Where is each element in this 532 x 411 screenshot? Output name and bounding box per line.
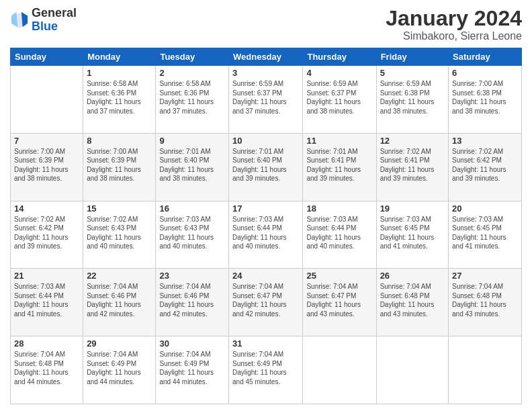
weekday-header-row: Sunday Monday Tuesday Wednesday Thursday… <box>11 48 522 66</box>
day-number: 30 <box>159 338 225 349</box>
calendar-cell: 22Sunrise: 7:04 AMSunset: 6:46 PMDayligh… <box>83 269 156 336</box>
calendar-cell: 21Sunrise: 7:03 AMSunset: 6:44 PMDayligh… <box>11 269 83 336</box>
day-info: Sunrise: 7:01 AMSunset: 6:40 PMDaylight:… <box>232 147 299 183</box>
day-info: Sunrise: 7:03 AMSunset: 6:45 PMDaylight:… <box>452 215 518 251</box>
calendar-cell: 17Sunrise: 7:03 AMSunset: 6:44 PMDayligh… <box>229 201 303 269</box>
day-info: Sunrise: 7:04 AMSunset: 6:49 PMDaylight:… <box>159 350 225 386</box>
calendar-title: January 2024 <box>386 7 522 30</box>
logo: General Blue <box>10 7 77 34</box>
header-wednesday: Wednesday <box>229 48 303 66</box>
day-number: 27 <box>452 271 518 281</box>
day-info: Sunrise: 7:02 AMSunset: 6:42 PMDaylight:… <box>14 215 79 251</box>
day-number: 20 <box>452 203 518 214</box>
calendar-week-row: 21Sunrise: 7:03 AMSunset: 6:44 PMDayligh… <box>11 269 522 336</box>
day-info: Sunrise: 7:00 AMSunset: 6:39 PMDaylight:… <box>14 147 79 183</box>
calendar-cell: 10Sunrise: 7:01 AMSunset: 6:40 PMDayligh… <box>229 133 303 201</box>
day-number: 7 <box>14 136 79 146</box>
day-number: 11 <box>306 136 372 146</box>
calendar-cell: 31Sunrise: 7:04 AMSunset: 6:49 PMDayligh… <box>229 336 303 404</box>
calendar-cell: 9Sunrise: 7:01 AMSunset: 6:40 PMDaylight… <box>156 133 229 201</box>
day-number: 10 <box>232 136 299 146</box>
day-info: Sunrise: 7:04 AMSunset: 6:46 PMDaylight:… <box>87 282 152 318</box>
day-info: Sunrise: 7:04 AMSunset: 6:49 PMDaylight:… <box>87 350 152 386</box>
day-number: 18 <box>306 203 372 214</box>
calendar-cell: 12Sunrise: 7:02 AMSunset: 6:41 PMDayligh… <box>376 133 448 201</box>
day-info: Sunrise: 6:58 AMSunset: 6:36 PMDaylight:… <box>87 79 152 116</box>
calendar-cell: 23Sunrise: 7:04 AMSunset: 6:46 PMDayligh… <box>156 269 229 336</box>
calendar-cell <box>449 336 522 404</box>
day-number: 4 <box>306 68 372 78</box>
calendar-week-row: 1Sunrise: 6:58 AMSunset: 6:36 PMDaylight… <box>11 66 522 134</box>
calendar-week-row: 28Sunrise: 7:04 AMSunset: 6:48 PMDayligh… <box>11 336 522 404</box>
day-number: 24 <box>232 271 299 281</box>
day-info: Sunrise: 7:04 AMSunset: 6:49 PMDaylight:… <box>232 350 299 386</box>
day-info: Sunrise: 6:58 AMSunset: 6:36 PMDaylight:… <box>159 79 225 116</box>
day-number: 22 <box>87 271 152 281</box>
calendar-cell: 8Sunrise: 7:00 AMSunset: 6:39 PMDaylight… <box>83 133 156 201</box>
logo-general: General <box>32 6 77 19</box>
title-block: January 2024 Simbakoro, Sierra Leone <box>386 7 522 42</box>
calendar-cell: 29Sunrise: 7:04 AMSunset: 6:49 PMDayligh… <box>83 336 156 404</box>
day-info: Sunrise: 7:03 AMSunset: 6:44 PMDaylight:… <box>306 215 372 251</box>
calendar-cell: 2Sunrise: 6:58 AMSunset: 6:36 PMDaylight… <box>156 66 229 134</box>
svg-marker-2 <box>11 12 17 27</box>
calendar-week-row: 7Sunrise: 7:00 AMSunset: 6:39 PMDaylight… <box>11 133 522 201</box>
header-thursday: Thursday <box>303 48 376 66</box>
header: General Blue January 2024 Simbakoro, Sie… <box>10 7 522 42</box>
day-info: Sunrise: 6:59 AMSunset: 6:37 PMDaylight:… <box>306 79 372 116</box>
calendar-cell: 28Sunrise: 7:04 AMSunset: 6:48 PMDayligh… <box>11 336 83 404</box>
calendar-cell: 25Sunrise: 7:04 AMSunset: 6:47 PMDayligh… <box>303 269 376 336</box>
day-info: Sunrise: 7:00 AMSunset: 6:38 PMDaylight:… <box>452 79 518 116</box>
day-number: 17 <box>232 203 299 214</box>
day-info: Sunrise: 6:59 AMSunset: 6:38 PMDaylight:… <box>380 79 445 116</box>
day-info: Sunrise: 7:01 AMSunset: 6:40 PMDaylight:… <box>159 147 225 183</box>
day-number: 8 <box>87 136 152 146</box>
day-info: Sunrise: 7:03 AMSunset: 6:45 PMDaylight:… <box>380 215 445 251</box>
calendar-cell: 5Sunrise: 6:59 AMSunset: 6:38 PMDaylight… <box>376 66 448 134</box>
page: General Blue January 2024 Simbakoro, Sie… <box>0 0 532 411</box>
day-number: 12 <box>380 136 445 146</box>
calendar-cell: 20Sunrise: 7:03 AMSunset: 6:45 PMDayligh… <box>449 201 522 269</box>
day-info: Sunrise: 7:03 AMSunset: 6:44 PMDaylight:… <box>232 215 299 251</box>
day-info: Sunrise: 7:04 AMSunset: 6:48 PMDaylight:… <box>452 282 518 318</box>
day-info: Sunrise: 6:59 AMSunset: 6:37 PMDaylight:… <box>232 79 299 116</box>
day-info: Sunrise: 7:02 AMSunset: 6:41 PMDaylight:… <box>380 147 445 183</box>
day-info: Sunrise: 7:02 AMSunset: 6:43 PMDaylight:… <box>87 215 152 251</box>
day-info: Sunrise: 7:04 AMSunset: 6:46 PMDaylight:… <box>159 282 225 318</box>
day-info: Sunrise: 7:02 AMSunset: 6:42 PMDaylight:… <box>452 147 518 183</box>
calendar-cell: 18Sunrise: 7:03 AMSunset: 6:44 PMDayligh… <box>303 201 376 269</box>
calendar-cell: 4Sunrise: 6:59 AMSunset: 6:37 PMDaylight… <box>303 66 376 134</box>
calendar-cell: 27Sunrise: 7:04 AMSunset: 6:48 PMDayligh… <box>449 269 522 336</box>
header-monday: Monday <box>83 48 156 66</box>
day-number: 13 <box>452 136 518 146</box>
header-friday: Friday <box>376 48 448 66</box>
day-number: 6 <box>452 68 518 78</box>
calendar-cell: 26Sunrise: 7:04 AMSunset: 6:48 PMDayligh… <box>376 269 448 336</box>
day-info: Sunrise: 7:00 AMSunset: 6:39 PMDaylight:… <box>87 147 152 183</box>
calendar-cell: 24Sunrise: 7:04 AMSunset: 6:47 PMDayligh… <box>229 269 303 336</box>
header-sunday: Sunday <box>11 48 83 66</box>
header-saturday: Saturday <box>449 48 522 66</box>
calendar-week-row: 14Sunrise: 7:02 AMSunset: 6:42 PMDayligh… <box>11 201 522 269</box>
day-info: Sunrise: 7:01 AMSunset: 6:41 PMDaylight:… <box>306 147 372 183</box>
day-info: Sunrise: 7:04 AMSunset: 6:47 PMDaylight:… <box>232 282 299 318</box>
calendar-cell <box>11 66 83 134</box>
day-info: Sunrise: 7:03 AMSunset: 6:44 PMDaylight:… <box>14 282 79 318</box>
calendar-subtitle: Simbakoro, Sierra Leone <box>386 30 522 42</box>
day-number: 15 <box>87 203 152 214</box>
day-info: Sunrise: 7:04 AMSunset: 6:48 PMDaylight:… <box>380 282 445 318</box>
day-number: 31 <box>232 338 299 349</box>
day-info: Sunrise: 7:04 AMSunset: 6:48 PMDaylight:… <box>14 350 79 386</box>
day-number: 25 <box>306 271 372 281</box>
calendar-cell: 6Sunrise: 7:00 AMSunset: 6:38 PMDaylight… <box>449 66 522 134</box>
logo-blue: Blue <box>32 19 58 33</box>
logo-text: General Blue <box>32 7 77 34</box>
calendar-cell: 13Sunrise: 7:02 AMSunset: 6:42 PMDayligh… <box>449 133 522 201</box>
calendar-cell: 11Sunrise: 7:01 AMSunset: 6:41 PMDayligh… <box>303 133 376 201</box>
day-number: 9 <box>159 136 225 146</box>
calendar-table: Sunday Monday Tuesday Wednesday Thursday… <box>10 48 522 404</box>
logo-icon <box>10 11 29 30</box>
calendar-cell: 3Sunrise: 6:59 AMSunset: 6:37 PMDaylight… <box>229 66 303 134</box>
day-number: 2 <box>159 68 225 78</box>
calendar-cell: 15Sunrise: 7:02 AMSunset: 6:43 PMDayligh… <box>83 201 156 269</box>
